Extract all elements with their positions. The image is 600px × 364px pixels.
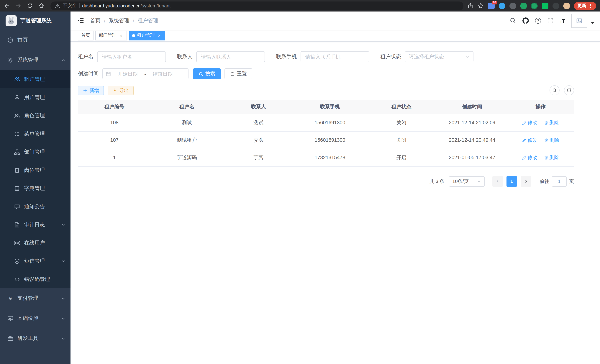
sidebar-item-online-users[interactable]: 在线用户	[0, 234, 71, 252]
sidebar-group-audit-log[interactable]: 审计日志	[0, 215, 71, 234]
tab-dept[interactable]: 部门管理 ×	[95, 31, 127, 40]
avatar-dropdown-caret[interactable]	[591, 22, 594, 25]
next-page-button[interactable]	[521, 176, 531, 187]
tenant-name-label: 租户名	[78, 53, 94, 60]
cell-created: 2021-01-05 17:03:47	[437, 149, 507, 166]
extension-icon-5[interactable]	[531, 2, 538, 9]
cell-tenant-name: 芋道源码	[151, 149, 223, 166]
avatar[interactable]	[572, 14, 587, 28]
extension-icon-7[interactable]	[553, 2, 559, 9]
tenant-name-input[interactable]	[101, 54, 162, 60]
extension-icon-6[interactable]	[542, 2, 548, 9]
fullscreen-icon[interactable]	[547, 18, 554, 24]
edit-label: 修改	[528, 119, 537, 126]
sidebar-item-dept[interactable]: 部门管理	[0, 143, 71, 161]
export-button[interactable]: 导出	[108, 85, 134, 95]
close-icon[interactable]: ×	[118, 33, 123, 38]
font-big-glyph: T	[562, 18, 565, 24]
sidebar-item-error-code[interactable]: 错误码管理	[0, 270, 71, 288]
share-icon[interactable]	[467, 3, 473, 9]
edit-link[interactable]: 修改	[522, 137, 537, 143]
sidebar-group-label: 研发工具	[18, 335, 38, 342]
browser-update-button[interactable]: 更新 ⋮	[574, 2, 596, 10]
sidebar-group-devtools[interactable]: 研发工具	[0, 328, 71, 348]
create-time-range[interactable]: -	[103, 68, 188, 79]
warning-icon	[55, 3, 60, 8]
role-users-icon	[14, 113, 20, 119]
add-button-label: 新增	[89, 87, 99, 94]
phone-input[interactable]	[305, 54, 365, 60]
add-button[interactable]: 新增	[78, 85, 104, 95]
user-icon	[14, 94, 20, 100]
extension-icon-8[interactable]	[563, 2, 570, 9]
extension-icon-1[interactable]: 10	[488, 2, 495, 9]
delete-link[interactable]: 删除	[544, 119, 559, 126]
contact-label: 联系人	[177, 53, 193, 60]
goto-page-input[interactable]	[552, 176, 567, 187]
extension-icon-2[interactable]	[499, 2, 505, 9]
cell-tenant-id: 108	[78, 114, 151, 131]
url-host: dashboard.yudao.iocoder.cn	[82, 3, 141, 8]
prev-page-button[interactable]	[492, 176, 503, 187]
delete-link[interactable]: 删除	[544, 154, 559, 161]
cell-contact: 秃头	[223, 131, 294, 149]
breadcrumb-item[interactable]: 首页	[90, 17, 101, 24]
address-bar[interactable]: 不安全 dashboard.yudao.iocoder.cn/system/te…	[50, 1, 463, 10]
end-date-input[interactable]	[148, 71, 178, 77]
extension-icon-4[interactable]	[520, 2, 527, 9]
extension-icon-3[interactable]	[509, 2, 516, 9]
back-icon[interactable]	[4, 3, 10, 9]
reload-icon[interactable]	[27, 3, 33, 9]
sidebar-group-system[interactable]: 系统管理	[0, 50, 71, 70]
breadcrumb-item[interactable]: 系统管理	[109, 17, 130, 24]
phone-label: 联系手机	[276, 53, 297, 60]
page-size-select[interactable]: 10条/页	[449, 176, 485, 187]
pagination-total: 共 3 条	[430, 178, 445, 185]
edit-link[interactable]: 修改	[522, 119, 537, 126]
sidebar-item-notice[interactable]: 通知公告	[0, 197, 71, 215]
tab-tenant[interactable]: 租户管理 ×	[129, 31, 165, 40]
contact-input[interactable]	[200, 54, 261, 60]
screenshot-root: 不安全 dashboard.yudao.iocoder.cn/system/te…	[0, 0, 600, 364]
shield-icon	[14, 258, 20, 264]
sidebar-item-home[interactable]: 首页	[0, 30, 71, 50]
help-icon[interactable]: ?	[535, 18, 541, 24]
edit-link[interactable]: 修改	[522, 154, 537, 161]
font-size-icon[interactable]: TT	[560, 18, 565, 24]
browser-menu-icon[interactable]: ⋮	[588, 3, 593, 8]
yuan-icon: ¥	[7, 296, 13, 301]
start-date-input[interactable]	[112, 71, 143, 77]
chevron-down-icon	[61, 223, 65, 227]
search-button[interactable]: 搜索	[193, 68, 221, 79]
tenant-table: 租户编号 租户名 联系人 联系手机 租户状态 创建时间 操作 1	[78, 100, 574, 166]
home-icon[interactable]	[38, 3, 45, 9]
bookmark-star-icon[interactable]	[478, 3, 484, 9]
app-logo[interactable]: 芋道管理系统	[0, 11, 71, 30]
toggle-search-icon[interactable]	[550, 85, 560, 95]
page-number-button[interactable]: 1	[506, 176, 517, 187]
sidebar-item-post[interactable]: 岗位管理	[0, 161, 71, 179]
sidebar-item-dict[interactable]: 字典管理	[0, 179, 71, 197]
sidebar-group-infra[interactable]: 基础设施	[0, 308, 71, 328]
sidebar-item-user[interactable]: 用户管理	[0, 88, 71, 106]
header-search-icon[interactable]	[510, 18, 516, 24]
tab-home[interactable]: 首页	[78, 31, 94, 40]
refresh-icon[interactable]	[564, 85, 574, 95]
sidebar-group-sms[interactable]: 短信管理	[0, 252, 71, 270]
security-label[interactable]: 不安全	[63, 3, 77, 9]
close-icon[interactable]: ×	[157, 33, 162, 38]
sidebar-group-pay[interactable]: ¥ 支付管理	[0, 288, 71, 308]
sidebar-item-tenant[interactable]: 租户管理	[0, 70, 71, 88]
status-select[interactable]: 请选择租户状态	[405, 51, 473, 62]
delete-link[interactable]: 删除	[544, 137, 559, 143]
github-icon[interactable]	[523, 18, 529, 24]
sidebar: 芋道管理系统 首页 系统管理 租户管理	[0, 11, 71, 364]
edit-label: 修改	[528, 137, 537, 143]
sidebar-item-menu[interactable]: 菜单管理	[0, 125, 71, 143]
collapse-sidebar-icon[interactable]	[77, 17, 84, 24]
url-text[interactable]: dashboard.yudao.iocoder.cn/system/tenant	[82, 3, 171, 8]
sidebar-item-role[interactable]: 角色管理	[0, 106, 71, 125]
tab-label: 租户管理	[137, 32, 155, 38]
forward-icon[interactable]	[15, 3, 21, 9]
reset-button[interactable]: 重置	[225, 68, 252, 79]
